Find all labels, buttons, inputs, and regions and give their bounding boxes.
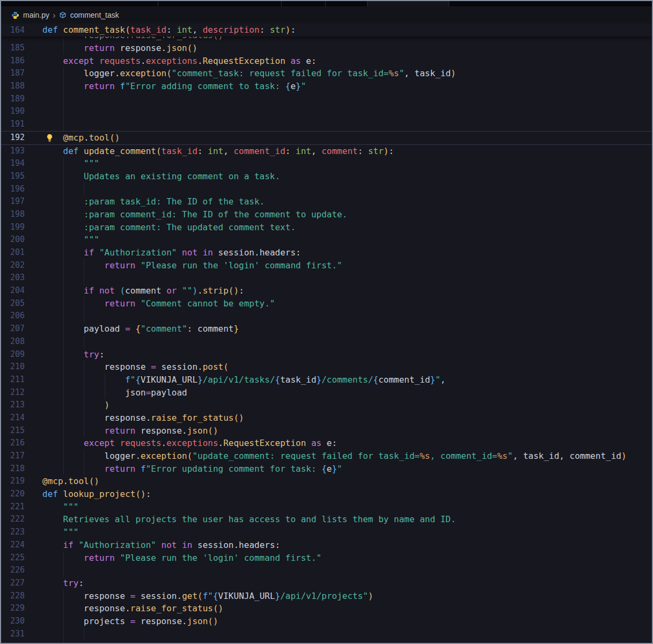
active-tab[interactable] xyxy=(367,1,449,6)
line-number[interactable]: 221 xyxy=(1,501,25,514)
code-line[interactable]: 208 xyxy=(1,335,652,348)
code-line[interactable]: 204if not (comment or "").strip(): xyxy=(1,284,652,297)
line-number[interactable]: 230 xyxy=(1,615,25,628)
line-number[interactable]: 195 xyxy=(1,170,25,183)
line-number[interactable]: 197 xyxy=(1,195,25,208)
line-number[interactable]: 191 xyxy=(1,118,25,131)
line-number[interactable]: 164 xyxy=(1,24,25,36)
code-line[interactable]: 227try: xyxy=(1,577,652,590)
code-line[interactable]: 225return "Please run the 'login' comman… xyxy=(1,552,652,565)
line-number[interactable]: 211 xyxy=(1,374,25,386)
line-number[interactable]: 222 xyxy=(1,513,25,526)
line-number[interactable]: 189 xyxy=(1,93,25,106)
line-number[interactable]: 215 xyxy=(1,425,25,437)
line-number[interactable]: 188 xyxy=(1,80,25,93)
code-line[interactable]: 191 xyxy=(1,118,652,131)
line-number[interactable]: 208 xyxy=(1,335,25,348)
line-number[interactable]: 204 xyxy=(1,284,25,297)
line-number[interactable]: 229 xyxy=(1,602,25,615)
line-number[interactable]: 186 xyxy=(1,55,25,68)
line-number[interactable]: 210 xyxy=(1,361,25,374)
line-number[interactable]: 205 xyxy=(1,297,25,310)
sticky-scroll-line[interactable]: 164def comment_task(task_id: int, descri… xyxy=(1,24,652,36)
code-line[interactable]: 219@mcp.tool() xyxy=(1,475,652,488)
code-line[interactable]: 217logger.exception("update_comment: req… xyxy=(1,450,652,463)
code-line[interactable]: 201if "Authorization" not in session.hea… xyxy=(1,246,652,259)
breadcrumb-file[interactable]: main.py xyxy=(23,11,49,19)
code-line[interactable]: response.raise_for_status() xyxy=(1,36,652,42)
code-line[interactable]: 228response = session.get(f"{VIKUNJA_URL… xyxy=(1,590,652,603)
code-line[interactable]: 194""" xyxy=(1,157,652,170)
code-line[interactable]: 224if "Authorization" not in session.hea… xyxy=(1,539,652,552)
code-line[interactable]: 209try: xyxy=(1,348,652,361)
line-number[interactable]: 219 xyxy=(1,475,25,488)
breadcrumb-symbol[interactable]: comment_task xyxy=(70,11,119,19)
line-number[interactable]: 218 xyxy=(1,463,25,475)
code-line[interactable]: 196 xyxy=(1,183,652,196)
line-number[interactable]: 203 xyxy=(1,272,25,284)
code-line[interactable]: 195Updates an existing comment on a task… xyxy=(1,170,652,183)
code-line[interactable]: 164def comment_task(task_id: int, descri… xyxy=(1,24,652,36)
line-number[interactable]: 209 xyxy=(1,348,25,361)
code-line[interactable]: 199:param comment: The updated comment t… xyxy=(1,221,652,234)
line-number[interactable]: 217 xyxy=(1,450,25,463)
line-number[interactable]: 214 xyxy=(1,412,25,425)
code-line[interactable]: 188return f"Error adding comment to task… xyxy=(1,80,652,93)
code-line[interactable]: 230projects = response.json() xyxy=(1,615,652,628)
line-number[interactable]: 187 xyxy=(1,67,25,80)
line-number[interactable]: 193 xyxy=(1,145,25,158)
line-number[interactable]: 223 xyxy=(1,526,25,539)
line-number[interactable]: 213 xyxy=(1,399,25,412)
code-line[interactable]: 222Retrieves all projects the user has a… xyxy=(1,513,652,526)
code-line[interactable]: 203 xyxy=(1,272,652,284)
code-line[interactable]: 220def lookup_project(): xyxy=(1,488,652,501)
line-number[interactable]: 216 xyxy=(1,437,25,450)
line-number[interactable] xyxy=(1,36,25,42)
line-number[interactable]: 224 xyxy=(1,539,25,552)
line-number[interactable]: 202 xyxy=(1,259,25,272)
code-line[interactable]: 192@mcp.tool() xyxy=(1,131,652,145)
code-line[interactable]: 200""" xyxy=(1,233,652,246)
code-line[interactable]: 187logger.exception("comment_task: reque… xyxy=(1,67,652,80)
line-number[interactable]: 225 xyxy=(1,552,25,565)
code-line[interactable]: 190 xyxy=(1,105,652,118)
code-line[interactable]: 205return "Comment cannot be empty." xyxy=(1,297,652,310)
line-number[interactable]: 199 xyxy=(1,221,25,234)
line-number[interactable]: 200 xyxy=(1,233,25,246)
code-line[interactable]: 193def update_comment(task_id: int, comm… xyxy=(1,145,652,158)
line-number[interactable]: 206 xyxy=(1,310,25,323)
code-line[interactable]: if not projects: xyxy=(1,640,652,643)
code-line[interactable]: 221""" xyxy=(1,501,652,514)
code-line[interactable]: 218return f"Error updating comment for t… xyxy=(1,463,652,475)
code-editor[interactable]: 164def comment_task(task_id: int, descri… xyxy=(1,24,652,643)
line-number[interactable]: 194 xyxy=(1,157,25,170)
code-line[interactable]: 213) xyxy=(1,399,652,412)
line-number[interactable]: 198 xyxy=(1,208,25,221)
code-line[interactable]: 197:param task_id: The ID of the task. xyxy=(1,195,652,208)
line-number[interactable]: 192 xyxy=(1,131,25,144)
line-number[interactable]: 201 xyxy=(1,246,25,259)
code-line[interactable]: 185return response.json() xyxy=(1,42,652,55)
line-number[interactable]: 231 xyxy=(1,628,25,641)
code-line[interactable]: 198:param comment_id: The ID of the comm… xyxy=(1,208,652,221)
line-number[interactable]: 220 xyxy=(1,488,25,501)
code-line[interactable]: 229response.raise_for_status() xyxy=(1,602,652,615)
code-line[interactable]: 212json=payload xyxy=(1,386,652,399)
code-line[interactable]: 214response.raise_for_status() xyxy=(1,412,652,425)
lightbulb-icon[interactable] xyxy=(46,134,54,142)
code-line[interactable]: 226 xyxy=(1,564,652,577)
line-number[interactable]: 207 xyxy=(1,323,25,335)
code-line[interactable]: 189 xyxy=(1,93,652,106)
code-line[interactable]: 215return response.json() xyxy=(1,425,652,437)
code-line[interactable]: 207payload = {"comment": comment} xyxy=(1,323,652,335)
line-number[interactable]: 196 xyxy=(1,183,25,196)
line-number[interactable]: 227 xyxy=(1,577,25,590)
code-line[interactable]: 211f"{VIKUNJA_URL}/api/v1/tasks/{task_id… xyxy=(1,374,652,386)
code-line[interactable]: 216except requests.exceptions.RequestExc… xyxy=(1,437,652,450)
code-line[interactable]: 223""" xyxy=(1,526,652,539)
line-number[interactable]: 212 xyxy=(1,386,25,399)
line-number[interactable]: 190 xyxy=(1,105,25,118)
code-line[interactable]: 210response = session.post( xyxy=(1,361,652,374)
code-line[interactable]: 202return "Please run the 'login' comman… xyxy=(1,259,652,272)
code-line[interactable]: 186except requests.exceptions.RequestExc… xyxy=(1,55,652,68)
